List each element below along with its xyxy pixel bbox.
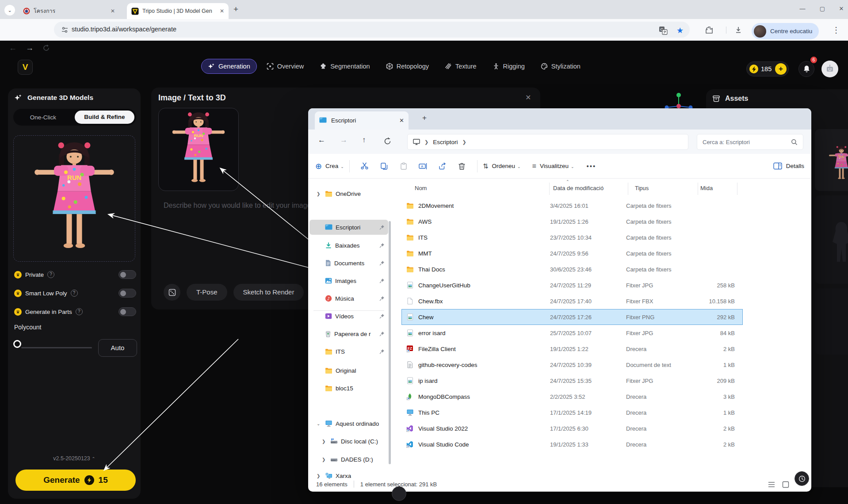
sidebar-item-disc-local-c-[interactable]: ❯ Disc local (C:) <box>309 434 388 449</box>
help-icon[interactable]: ? <box>47 271 54 278</box>
help-icon[interactable]: ? <box>76 308 83 315</box>
copy-button[interactable] <box>374 162 394 170</box>
close-explorer-tab-icon[interactable]: ✕ <box>399 117 404 124</box>
file-row[interactable]: Visual Studio Code 19/1/2025 1:33 Drecer… <box>401 436 743 452</box>
cut-button[interactable] <box>355 162 374 170</box>
back-button[interactable]: ← <box>9 43 17 53</box>
nav-overview[interactable]: Overview <box>260 59 310 73</box>
sidebar-item-original[interactable]: Original <box>309 363 388 378</box>
browser-menu-icon[interactable]: ⋮ <box>832 25 840 35</box>
sidebar-item-escriptori[interactable]: Escriptori <box>309 220 388 235</box>
file-row[interactable]: ITS 23/7/2025 10:34 Carpeta de fitxers <box>401 229 743 245</box>
help-icon[interactable]: ? <box>71 290 78 297</box>
toggle-switch[interactable] <box>118 289 136 298</box>
chevron-right-icon[interactable]: ❯ <box>462 139 466 145</box>
model-preview-box[interactable] <box>13 135 135 262</box>
floating-button[interactable] <box>392 486 406 501</box>
file-row[interactable]: Thai Docs 30/6/2025 23:46 Carpeta de fit… <box>401 261 743 277</box>
sidebar-item-its[interactable]: ITS <box>309 344 388 359</box>
sidebar-item-imatges[interactable]: Imatges <box>309 273 388 288</box>
new-item-icon[interactable]: ⊕ <box>315 161 322 171</box>
generate-button[interactable]: Generate 15 <box>15 470 136 491</box>
breadcrumb-bar[interactable]: ❯ Escriptori ❯ <box>407 134 688 150</box>
close-tab-icon[interactable]: ✕ <box>111 8 115 14</box>
credits-pill[interactable]: 185 + <box>746 61 789 76</box>
column-header-nom[interactable]: Nom <box>415 185 427 191</box>
new-tab-button[interactable]: + <box>233 4 238 14</box>
tpose-button[interactable]: T-Pose <box>187 284 227 301</box>
polycount-slider-knob[interactable] <box>13 340 21 348</box>
sidebar-item-paperera-de-r[interactable]: Paperera de r <box>309 326 388 341</box>
window-maximize-button[interactable]: ▢ <box>816 3 829 15</box>
sidebar-item-bloc15[interactable]: bloc15 <box>309 381 388 396</box>
close-tab-icon[interactable]: ✕ <box>220 8 224 14</box>
sidebar-item-onedrive[interactable]: ❯ OneDrive <box>309 186 388 201</box>
thumbnail-view-toggle[interactable] <box>782 481 789 488</box>
explorer-titlebar[interactable]: Escriptori ✕ + — ▢ ✕ <box>308 108 811 130</box>
asset-card[interactable] <box>815 288 848 355</box>
explorer-search-input[interactable]: Cerca a: Escriptori <box>697 134 803 150</box>
toggle-switch[interactable] <box>118 307 136 316</box>
chevron-right-icon[interactable]: ❯ <box>317 191 322 196</box>
file-row[interactable]: MMT 24/7/2025 9:56 Carpeta de fitxers <box>401 245 743 261</box>
explorer-new-tab-button[interactable]: + <box>422 114 427 122</box>
forward-button[interactable]: → <box>26 43 34 53</box>
nav-stylization[interactable]: Stylization <box>535 59 587 73</box>
column-header-tipus[interactable]: Tipus <box>635 185 649 191</box>
site-settings-icon[interactable] <box>61 26 69 34</box>
browser-tab-thai[interactable]: โครงการ ✕ <box>19 3 119 19</box>
breadcrumb-item[interactable]: Escriptori <box>433 139 458 145</box>
user-avatar[interactable] <box>821 61 838 77</box>
tab-search-button[interactable]: ⌄ <box>4 5 15 15</box>
nav-rigging[interactable]: Rigging <box>486 59 531 73</box>
translate-icon[interactable]: G <box>659 26 668 35</box>
file-row[interactable]: error isard 25/7/2025 10:07 Fitxer JPG 8… <box>401 325 743 341</box>
file-row[interactable]: AWS 19/1/2025 1:26 Carpeta de fitxers <box>401 214 743 229</box>
file-row[interactable]: Chew 24/7/2025 17:26 Fitxer PNG 292 kB <box>401 309 743 325</box>
asset-card[interactable] <box>815 195 848 284</box>
asset-card[interactable] <box>815 129 848 191</box>
nav-forward-button[interactable]: → <box>340 136 348 145</box>
uploaded-image-thumbnail[interactable] <box>158 108 239 191</box>
share-button[interactable] <box>433 162 452 170</box>
nav-back-button[interactable]: ← <box>318 136 325 145</box>
paste-button[interactable] <box>394 162 413 170</box>
rename-button[interactable]: A <box>413 162 433 170</box>
file-row[interactable]: Visual Studio 2022 17/1/2025 6:30 Drecer… <box>401 420 743 436</box>
explorer-tab[interactable]: Escriptori ✕ <box>315 111 409 130</box>
browser-tab-tripo[interactable]: Tripo Studio | 3D Model Genera ✕ <box>127 3 229 19</box>
delete-button[interactable] <box>452 162 472 170</box>
url-text[interactable]: studio.tripo3d.ai/workspace/generate <box>72 26 176 33</box>
file-row[interactable]: FZ FileZilla Client 19/1/2025 1:22 Drece… <box>401 341 743 357</box>
tripo-logo[interactable]: V <box>18 60 33 75</box>
extensions-icon[interactable] <box>705 26 714 34</box>
bookmark-star-icon[interactable]: ★ <box>676 26 684 35</box>
toggle-switch[interactable] <box>118 270 136 279</box>
nav-segmentation[interactable]: Segmentation <box>313 59 376 73</box>
window-minimize-button[interactable]: — <box>796 3 809 15</box>
sidebar-item-dades-d-[interactable]: ❯ DADES (D:) <box>309 452 388 467</box>
file-row[interactable]: ip isard 24/7/2025 15:35 Fitxer JPG 209 … <box>401 373 743 389</box>
more-options-icon[interactable]: ••• <box>587 162 596 170</box>
tab-one-click[interactable]: One-Click <box>13 114 73 121</box>
nav-refresh-button[interactable] <box>383 137 392 145</box>
reload-button[interactable] <box>42 44 50 52</box>
chevron-down-icon[interactable]: ⌄ <box>317 421 322 426</box>
chevron-right-icon[interactable]: ❯ <box>322 457 327 462</box>
column-header-mida[interactable]: Mida <box>700 185 713 191</box>
sidebar-item-baixades[interactable]: Baixades <box>309 238 388 253</box>
random-prompt-button[interactable] <box>164 284 180 301</box>
download-icon[interactable] <box>734 26 743 34</box>
window-close-button[interactable]: ✕ <box>835 3 848 15</box>
list-view-toggle[interactable] <box>768 481 775 488</box>
file-row[interactable]: github-recovery-codes 24/7/2025 10:39 Do… <box>401 357 743 373</box>
ordeneu-button[interactable]: Ordeneu <box>492 163 515 169</box>
auto-button[interactable]: Auto <box>98 339 137 357</box>
sidebar-item-v-deos[interactable]: Vídeos <box>309 309 388 324</box>
nav-texture[interactable]: Texture <box>439 59 483 73</box>
column-header-data[interactable]: Data de modificació <box>553 185 604 191</box>
file-row[interactable]: MongoDBCompass 2/2/2025 3:52 Drecera 3 k… <box>401 389 743 405</box>
sidebar-scrollbar[interactable] <box>389 221 391 464</box>
file-row[interactable]: 2DMovement 3/4/2025 16:01 Carpeta de fit… <box>401 198 743 214</box>
close-panel-icon[interactable]: ✕ <box>525 93 531 102</box>
